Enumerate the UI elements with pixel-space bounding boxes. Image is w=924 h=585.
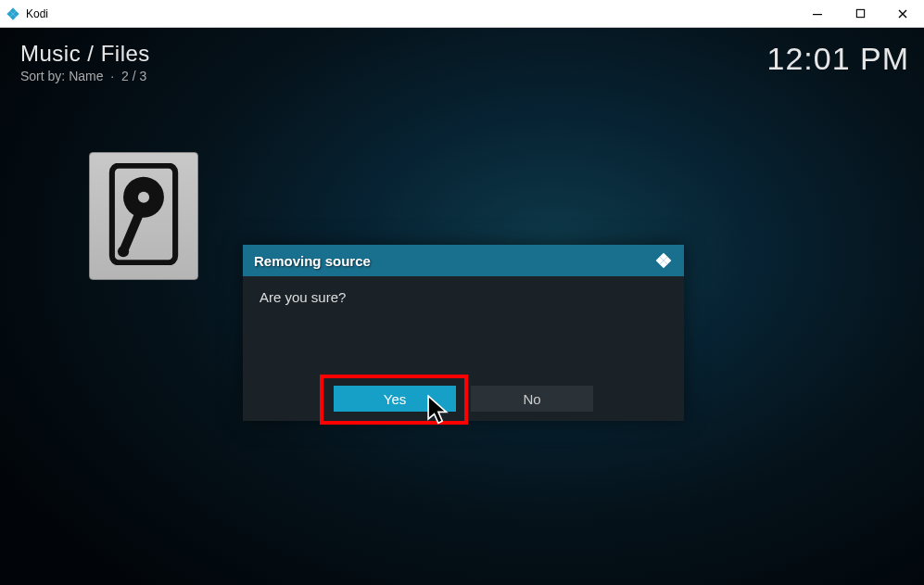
drive-source-item[interactable]	[89, 152, 198, 280]
header: Music / Files Sort by: Name · 2 / 3	[20, 41, 150, 83]
sort-prefix: Sort by:	[20, 69, 65, 83]
dialog-message: Are you sure?	[243, 276, 684, 318]
svg-point-8	[138, 192, 149, 203]
kodi-logo-icon	[6, 6, 20, 21]
svg-rect-5	[856, 9, 864, 17]
dialog-titlebar: Removing source	[243, 245, 684, 276]
hard-drive-icon	[108, 163, 180, 269]
confirm-dialog: Removing source Are you sure? Yes No	[243, 245, 684, 421]
clock: 12:01 PM	[766, 41, 909, 77]
window-controls	[796, 0, 924, 27]
dialog-button-row: Yes No	[243, 386, 684, 412]
kodi-app: Music / Files Sort by: Name · 2 / 3 12:0…	[0, 28, 924, 585]
svg-point-9	[118, 246, 129, 257]
close-button[interactable]	[881, 0, 924, 27]
no-button[interactable]: No	[471, 386, 593, 412]
yes-button[interactable]: Yes	[334, 386, 456, 412]
page-indicator: 2 / 3	[121, 69, 146, 83]
window-title: Kodi	[26, 7, 48, 20]
minimize-button[interactable]	[796, 0, 839, 27]
kodi-logo-icon	[654, 251, 673, 270]
sort-value: Name	[69, 69, 103, 83]
maximize-button[interactable]	[839, 0, 881, 27]
sort-sep: ·	[110, 69, 114, 83]
svg-rect-4	[813, 14, 822, 15]
dialog-title-text: Removing source	[254, 253, 371, 269]
breadcrumb: Music / Files	[20, 41, 150, 67]
titlebar: Kodi	[0, 0, 924, 28]
sort-line: Sort by: Name · 2 / 3	[20, 69, 150, 83]
